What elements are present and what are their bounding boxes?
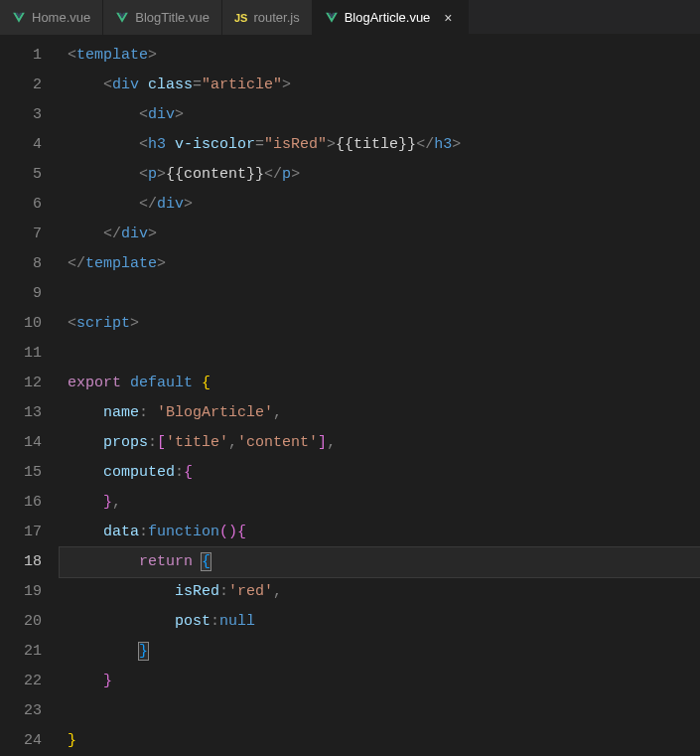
tab-label: router.js xyxy=(253,10,299,25)
line-number: 17 xyxy=(0,518,60,547)
code-line: <div class="article"> xyxy=(60,71,700,100)
code-line: <template> xyxy=(60,41,700,71)
line-number: 10 xyxy=(0,309,60,339)
line-number: 16 xyxy=(0,488,60,518)
line-number: 9 xyxy=(0,279,60,309)
line-number: 24 xyxy=(0,726,60,756)
code-line: } xyxy=(60,667,700,696)
code-line xyxy=(60,696,700,726)
line-number: 6 xyxy=(0,190,60,220)
tab-router-js[interactable]: JSrouter.js xyxy=(222,0,313,35)
code-line: <div> xyxy=(60,100,700,130)
code-line: } xyxy=(60,726,700,756)
code-line: <script> xyxy=(60,309,700,339)
tab-label: BlogArticle.vue xyxy=(345,10,431,25)
line-number: 12 xyxy=(0,369,60,398)
code-line: } xyxy=(60,637,700,667)
tab-bar: Home.vueBlogTitle.vueJSrouter.jsBlogArti… xyxy=(0,0,700,35)
code-line xyxy=(60,279,700,309)
code-line: </div> xyxy=(60,220,700,249)
editor: 123456789101112131415161718192021222324 … xyxy=(0,35,700,756)
code-line: props:['title','content'], xyxy=(60,428,700,458)
line-number: 2 xyxy=(0,71,60,100)
tab-blogarticle-vue[interactable]: BlogArticle.vue× xyxy=(313,0,470,35)
line-number: 21 xyxy=(0,637,60,667)
line-number: 8 xyxy=(0,249,60,279)
line-number: 5 xyxy=(0,160,60,190)
code-line: name: 'BlogArticle', xyxy=(60,398,700,428)
tab-label: Home.vue xyxy=(32,10,90,25)
code-line: <p>{{content}}</p> xyxy=(60,160,700,190)
tab-home-vue[interactable]: Home.vue xyxy=(0,0,103,35)
gutter: 123456789101112131415161718192021222324 xyxy=(0,35,60,756)
code-line: </div> xyxy=(60,190,700,220)
line-number: 18 xyxy=(0,547,60,577)
code-line: isRed:'red', xyxy=(60,577,700,607)
line-number: 11 xyxy=(0,339,60,369)
code-line: data:function(){ xyxy=(60,518,700,547)
line-number: 4 xyxy=(0,130,60,160)
line-number: 3 xyxy=(0,100,60,130)
code-line: <h3 v-iscolor="isRed">{{title}}</h3> xyxy=(60,130,700,160)
code-line xyxy=(60,339,700,369)
line-number: 20 xyxy=(0,607,60,637)
code-area[interactable]: <template> <div class="article"> <div> <… xyxy=(60,35,700,756)
code-line: export default { xyxy=(60,369,700,398)
tab-label: BlogTitle.vue xyxy=(135,10,210,25)
line-number: 22 xyxy=(0,667,60,696)
line-number: 23 xyxy=(0,696,60,726)
close-icon[interactable]: × xyxy=(440,10,456,26)
line-number: 14 xyxy=(0,428,60,458)
line-number: 19 xyxy=(0,577,60,607)
line-number: 1 xyxy=(0,41,60,71)
line-number: 15 xyxy=(0,458,60,488)
tab-blogtitle-vue[interactable]: BlogTitle.vue xyxy=(103,0,222,35)
code-line: post:null xyxy=(60,607,700,637)
line-number: 13 xyxy=(0,398,60,428)
code-line: </template> xyxy=(60,249,700,279)
line-number: 7 xyxy=(0,220,60,249)
code-line: return { xyxy=(60,547,700,577)
code-line: computed:{ xyxy=(60,458,700,488)
code-line: }, xyxy=(60,488,700,518)
